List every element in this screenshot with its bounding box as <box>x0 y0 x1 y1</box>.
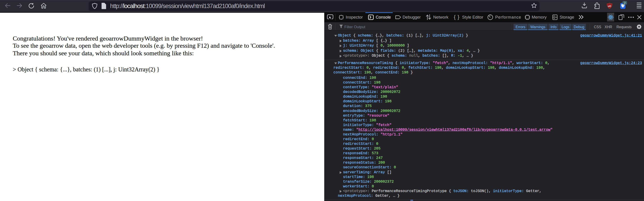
svg-text:uO: uO <box>608 5 611 8</box>
